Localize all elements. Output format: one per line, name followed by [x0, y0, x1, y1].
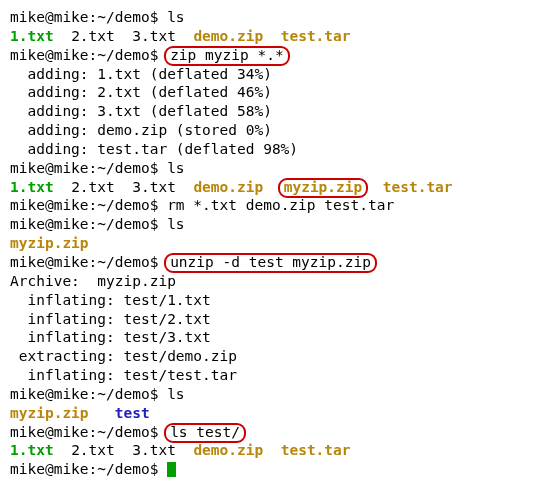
- file: test.tar: [383, 179, 453, 195]
- file: test.tar: [281, 28, 351, 44]
- terminal-line: inflating: test/1.txt: [10, 291, 531, 310]
- terminal-line: adding: 1.txt (deflated 34%): [10, 65, 531, 84]
- command: ls: [167, 9, 184, 25]
- terminal-line: mike@mike:~/demo$ ls: [10, 159, 531, 178]
- shell-prompt: mike@mike:~/demo$: [10, 461, 167, 477]
- terminal-line: inflating: test/3.txt: [10, 328, 531, 347]
- highlight-myzip-file: myzip.zip: [278, 178, 369, 198]
- file: myzip.zip: [10, 405, 89, 421]
- command: unzip -d test myzip.zip: [170, 254, 371, 270]
- command: ls: [167, 386, 184, 402]
- command: ls: [167, 216, 184, 232]
- shell-prompt: mike@mike:~/demo$: [10, 9, 167, 25]
- zip-output: adding: 1.txt (deflated 34%): [10, 66, 272, 82]
- file: demo.zip: [193, 179, 263, 195]
- highlight-zip-command: zip myzip *.*: [164, 46, 290, 66]
- file: 1.txt: [10, 179, 54, 195]
- terminal-line: mike@mike:~/demo$: [10, 460, 531, 479]
- terminal-line: 1.txt 2.txt 3.txt demo.zip myzip.zip tes…: [10, 178, 531, 197]
- terminal-line: adding: 3.txt (deflated 58%): [10, 102, 531, 121]
- shell-prompt: mike@mike:~/demo$: [10, 424, 167, 440]
- zip-output: adding: 3.txt (deflated 58%): [10, 103, 272, 119]
- terminal-line: Archive: myzip.zip: [10, 272, 531, 291]
- terminal-line: inflating: test/2.txt: [10, 310, 531, 329]
- command: zip myzip *.*: [170, 47, 284, 63]
- file: myzip.zip: [284, 179, 363, 195]
- terminal-line: mike@mike:~/demo$ unzip -d test myzip.zi…: [10, 253, 531, 272]
- terminal-line: 1.txt 2.txt 3.txt demo.zip test.tar: [10, 441, 531, 460]
- zip-output: adding: demo.zip (stored 0%): [10, 122, 272, 138]
- terminal-line: mike@mike:~/demo$ ls: [10, 385, 531, 404]
- terminal-line: extracting: test/demo.zip: [10, 347, 531, 366]
- file: demo.zip: [193, 28, 263, 44]
- file: 2.txt: [71, 179, 115, 195]
- unzip-output: inflating: test/1.txt: [10, 292, 211, 308]
- zip-output: adding: 2.txt (deflated 46%): [10, 84, 272, 100]
- file: test.tar: [281, 442, 351, 458]
- terminal-line: inflating: test/test.tar: [10, 366, 531, 385]
- file: demo.zip: [193, 442, 263, 458]
- highlight-ls-test-command: ls test/: [164, 423, 246, 443]
- terminal-line: mike@mike:~/demo$ ls test/: [10, 423, 531, 442]
- file: 2.txt: [71, 28, 115, 44]
- file: 3.txt: [132, 28, 176, 44]
- shell-prompt: mike@mike:~/demo$: [10, 254, 167, 270]
- shell-prompt: mike@mike:~/demo$: [10, 216, 167, 232]
- shell-prompt: mike@mike:~/demo$: [10, 47, 167, 63]
- unzip-output: extracting: test/demo.zip: [10, 348, 237, 364]
- terminal-line: adding: test.tar (deflated 98%): [10, 140, 531, 159]
- unzip-output: inflating: test/3.txt: [10, 329, 211, 345]
- file: 2.txt: [71, 442, 115, 458]
- terminal-line: myzip.zip test: [10, 404, 531, 423]
- terminal-line: adding: demo.zip (stored 0%): [10, 121, 531, 140]
- cursor[interactable]: [167, 462, 176, 477]
- terminal-line: myzip.zip: [10, 234, 531, 253]
- terminal-output: mike@mike:~/demo$ ls1.txt 2.txt 3.txt de…: [10, 8, 531, 479]
- terminal-line: mike@mike:~/demo$ ls: [10, 215, 531, 234]
- file: 1.txt: [10, 442, 54, 458]
- command: ls: [167, 160, 184, 176]
- file: 3.txt: [132, 442, 176, 458]
- shell-prompt: mike@mike:~/demo$: [10, 160, 167, 176]
- highlight-unzip-command: unzip -d test myzip.zip: [164, 253, 377, 273]
- terminal-line: adding: 2.txt (deflated 46%): [10, 83, 531, 102]
- terminal-line: mike@mike:~/demo$ rm *.txt demo.zip test…: [10, 196, 531, 215]
- shell-prompt: mike@mike:~/demo$: [10, 386, 167, 402]
- terminal-line: 1.txt 2.txt 3.txt demo.zip test.tar: [10, 27, 531, 46]
- unzip-output: inflating: test/2.txt: [10, 311, 211, 327]
- command: ls test/: [170, 424, 240, 440]
- unzip-output: inflating: test/test.tar: [10, 367, 237, 383]
- command: rm *.txt demo.zip test.tar: [167, 197, 394, 213]
- unzip-output: Archive: myzip.zip: [10, 273, 176, 289]
- file: myzip.zip: [10, 235, 89, 251]
- terminal-line: mike@mike:~/demo$ ls: [10, 8, 531, 27]
- directory: test: [115, 405, 150, 421]
- shell-prompt: mike@mike:~/demo$: [10, 197, 167, 213]
- file: 1.txt: [10, 28, 54, 44]
- terminal-line: mike@mike:~/demo$ zip myzip *.*: [10, 46, 531, 65]
- file: 3.txt: [132, 179, 176, 195]
- zip-output: adding: test.tar (deflated 98%): [10, 141, 298, 157]
